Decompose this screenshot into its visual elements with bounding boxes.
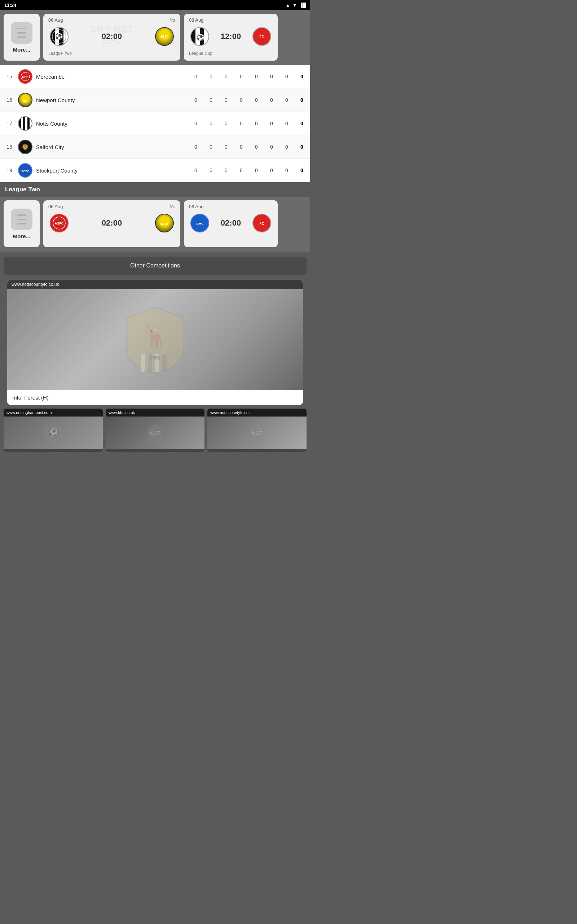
stat-pts: 0	[298, 121, 306, 126]
team-name: Stockport County	[36, 168, 192, 174]
match-card-1[interactable]: SKY BETEFL 06 Aug Vs ⚽ 02:00	[43, 14, 180, 61]
svg-text:NCF: NCF	[252, 430, 262, 436]
main-news-card[interactable]: www.nottscountyfc.co.uk 🦌 1862 Info: For…	[7, 280, 303, 405]
news-url-1: www.nottinghampost.com	[3, 409, 103, 417]
table-row[interactable]: 19 SCFC Stockport County 0 0 0 0 0 0 0 0	[0, 159, 310, 182]
stat-d: 0	[222, 168, 230, 173]
match-card-l2-2[interactable]: 06 Aug CUFC 02:00 FC	[184, 200, 278, 247]
stat-l: 0	[237, 121, 245, 126]
stat-gd: 0	[283, 121, 291, 126]
status-icons: ▲ ▼ ▐█	[285, 3, 306, 8]
svg-rect-13	[17, 215, 26, 216]
team-stats: 0 0 0 0 0 0 0 0	[192, 74, 306, 79]
more-label-l2: More...	[13, 233, 30, 239]
stat-l: 0	[237, 97, 245, 103]
away-logo-2: FC	[251, 26, 272, 47]
team-stats: 0 0 0 0 0 0 0 0	[192, 121, 306, 126]
team-logo-notts	[17, 115, 33, 131]
match-teams-2: ⚽ 12:00 FC	[189, 26, 272, 47]
match-time-2: 12:00	[211, 32, 251, 41]
match-time-1: 02:00	[70, 32, 154, 41]
status-time: 11:24	[4, 3, 16, 8]
more-icon-l2	[11, 208, 32, 230]
svg-text:1862: 1862	[149, 355, 161, 360]
svg-text:FC: FC	[259, 35, 264, 39]
svg-text:NCE: NCE	[161, 222, 168, 226]
svg-text:⚽: ⚽	[197, 34, 205, 42]
svg-text:NCF: NCF	[150, 430, 161, 436]
row-position: 18	[4, 144, 15, 150]
match-card-l2-1-header: 06 Aug Vs	[48, 204, 175, 209]
news-section: www.nottscountyfc.co.uk 🦌 1862 Info: For…	[0, 280, 310, 405]
svg-text:⚽: ⚽	[48, 427, 58, 437]
home-logo-l2-2: CUFC	[189, 212, 211, 234]
stat-gf: 0	[253, 74, 260, 79]
stat-p: 0	[192, 74, 200, 79]
stat-gd: 0	[283, 97, 291, 103]
stat-l: 0	[237, 74, 245, 79]
more-icon	[11, 22, 32, 44]
stat-d: 0	[222, 97, 230, 103]
svg-text:⚽: ⚽	[55, 32, 63, 40]
team-name: Morecambe	[36, 74, 192, 80]
bottom-news-row: www.nottinghampost.com ⚽ www.bbc.co.uk N…	[0, 409, 310, 457]
match-date-2: 08 Aug	[189, 17, 204, 23]
battery-icon: ▐█	[299, 3, 306, 8]
stat-ga: 0	[268, 121, 276, 126]
table-row[interactable]: 16 NC Newport County 0 0 0 0 0 0 0 0	[0, 89, 310, 112]
svg-rect-1	[17, 32, 26, 34]
svg-text:🦌: 🦌	[142, 323, 169, 349]
bottom-news-card-1[interactable]: www.nottinghampost.com ⚽	[3, 409, 103, 452]
more-card-league-two[interactable]: More...	[3, 200, 40, 247]
team-logo-stockport: SCFC	[17, 162, 33, 178]
stat-p: 0	[192, 97, 200, 103]
notts-county-logo: 🦌 1862	[122, 304, 187, 376]
bottom-news-card-2[interactable]: www.bbc.co.uk NCF	[106, 409, 205, 452]
top-matches-section: More... SKY BETEFL 06 Aug Vs ⚽	[0, 10, 310, 65]
matches-carousel: More... SKY BETEFL 06 Aug Vs ⚽	[3, 14, 306, 61]
team-logo-newport: NC	[17, 92, 33, 108]
stat-w: 0	[207, 144, 215, 150]
match-card-1-header: 06 Aug Vs	[48, 17, 175, 23]
stat-d: 0	[222, 121, 230, 126]
team-logo-salford: 🦁	[17, 139, 33, 155]
league-two-title: League Two	[5, 186, 40, 193]
away-logo-l2-2: FC	[251, 212, 272, 234]
more-label-top: More...	[13, 47, 30, 53]
other-competitions-button[interactable]: Other Competitions	[3, 257, 306, 275]
bottom-news-card-3[interactable]: www.nottscountyfc.co... NCF	[207, 409, 306, 452]
match-card-2-header: 08 Aug	[189, 17, 272, 23]
stat-w: 0	[207, 97, 215, 103]
row-position: 15	[4, 74, 15, 79]
team-stats: 0 0 0 0 0 0 0 0	[192, 97, 306, 103]
match-teams-1: ⚽ 02:00 NC	[48, 26, 175, 47]
stat-p: 0	[192, 168, 200, 173]
league-two-matches-section: More... 06 Aug Vs ASFC 02:00	[0, 197, 310, 252]
home-logo-1: ⚽	[48, 26, 70, 47]
table-row[interactable]: 18 🦁 Salford City 0 0 0 0 0 0 0 0	[0, 135, 310, 159]
svg-text:CUFC: CUFC	[196, 222, 204, 225]
svg-text:NC: NC	[161, 34, 168, 39]
more-card-top[interactable]: More...	[3, 14, 40, 61]
match-card-2[interactable]: 08 Aug ⚽ 12:00 FC	[184, 14, 278, 61]
match-teams-l2-2: CUFC 02:00 FC	[189, 212, 272, 234]
svg-rect-0	[17, 28, 26, 29]
stat-gf: 0	[253, 144, 260, 150]
stat-p: 0	[192, 121, 200, 126]
stat-w: 0	[207, 168, 215, 173]
team-logo-morecambe: MFC	[17, 69, 33, 84]
match-card-l2-1[interactable]: 06 Aug Vs ASFC 02:00	[43, 200, 180, 247]
svg-text:MFC: MFC	[22, 76, 29, 79]
team-name: Newport County	[36, 97, 192, 103]
stat-gf: 0	[253, 121, 260, 126]
signal-icon: ▲	[285, 3, 290, 8]
stat-ga: 0	[268, 74, 276, 79]
match-time-l2-1: 02:00	[70, 218, 154, 228]
svg-text:NC: NC	[23, 99, 28, 102]
team-stats: 0 0 0 0 0 0 0 0	[192, 144, 306, 150]
home-logo-2: ⚽	[189, 26, 211, 47]
stat-p: 0	[192, 144, 200, 150]
table-row[interactable]: 15 MFC Morecambe 0 0 0 0 0 0 0 0	[0, 65, 310, 89]
svg-text:ASFC: ASFC	[55, 221, 64, 225]
table-row[interactable]: 17 Notts County 0 0 0 0 0 0 0 0	[0, 112, 310, 135]
